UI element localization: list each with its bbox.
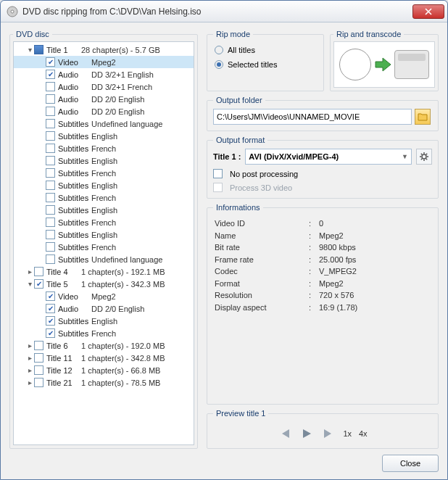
tree-row[interactable]: AudioDD 3/2+1 English bbox=[14, 68, 194, 80]
checkbox-icon[interactable] bbox=[46, 70, 55, 79]
format-select[interactable]: AVI (DivX/Xvid/MPEG-4) ▼ bbox=[245, 149, 412, 165]
tree-item-desc: English bbox=[91, 206, 117, 215]
checkbox-icon[interactable] bbox=[46, 242, 55, 252]
expand-closed-icon[interactable]: ▸ bbox=[25, 342, 34, 349]
checkbox-icon[interactable] bbox=[46, 156, 55, 165]
tree-row[interactable]: SubtitlesFrench bbox=[14, 142, 194, 154]
tree-row[interactable]: AudioDD 2/0 English bbox=[14, 93, 194, 105]
disc-tree[interactable]: ▾Title 128 chapter(s) - 5.7 GBVideoMpeg2… bbox=[13, 41, 194, 445]
output-folder-group: Output folder bbox=[207, 96, 439, 131]
window-close-button[interactable] bbox=[412, 4, 444, 19]
tree-row[interactable]: ▸Title 211 chapter(s) - 78.5 MB bbox=[14, 376, 194, 389]
transcode-button[interactable] bbox=[333, 41, 435, 88]
preview-rate-4x[interactable]: 4x bbox=[359, 429, 368, 438]
expand-open-icon[interactable]: ▾ bbox=[25, 280, 34, 288]
tree-row[interactable]: SubtitlesFrench bbox=[14, 327, 194, 339]
tree-row[interactable]: ▾Title 51 chapter(s) - 342.3 MB bbox=[14, 278, 194, 290]
format-settings-button[interactable] bbox=[416, 149, 432, 165]
tree-item-label: Subtitles bbox=[58, 255, 91, 264]
tree-item-label: Subtitles bbox=[58, 144, 91, 153]
tree-item-label: Title 1 bbox=[46, 46, 81, 54]
tree-item-desc: DD 2/0 English bbox=[91, 95, 144, 104]
checkbox-icon[interactable] bbox=[46, 107, 55, 116]
tree-item-desc: English bbox=[91, 181, 117, 190]
checkbox-icon[interactable] bbox=[46, 304, 55, 313]
checkbox-icon[interactable] bbox=[34, 45, 43, 54]
tree-row[interactable]: AudioDD 2/0 English bbox=[14, 105, 194, 117]
tree-row[interactable]: SubtitlesEnglish bbox=[14, 228, 194, 241]
tree-row[interactable]: SubtitlesFrench bbox=[14, 167, 194, 179]
checkbox-icon[interactable] bbox=[46, 82, 55, 91]
output-format-legend: Output format bbox=[213, 136, 267, 144]
expand-open-icon[interactable]: ▾ bbox=[25, 46, 34, 54]
preview-rate-1x[interactable]: 1x bbox=[343, 429, 352, 438]
tree-row[interactable]: SubtitlesFrench bbox=[14, 191, 194, 204]
checkbox-icon[interactable] bbox=[34, 341, 43, 350]
checkbox-icon[interactable] bbox=[46, 230, 55, 239]
tree-row[interactable]: SubtitlesEnglish bbox=[14, 204, 194, 216]
checkbox-icon[interactable] bbox=[46, 205, 55, 215]
checkbox-icon[interactable] bbox=[34, 378, 43, 387]
close-button[interactable]: Close bbox=[382, 455, 439, 472]
browse-folder-button[interactable] bbox=[415, 109, 431, 125]
info-colon: : bbox=[309, 218, 319, 230]
tree-row[interactable]: SubtitlesUndefined language bbox=[14, 253, 194, 265]
checkbox-icon[interactable] bbox=[46, 193, 55, 202]
tree-row[interactable]: VideoMpeg2 bbox=[14, 56, 194, 68]
tree-row[interactable]: VideoMpeg2 bbox=[14, 290, 194, 302]
radio-all-titles[interactable]: All titles bbox=[215, 46, 318, 54]
tree-row[interactable]: AudioDD 3/2+1 French bbox=[14, 80, 194, 93]
no-post-processing-option[interactable]: No post processing bbox=[213, 169, 432, 178]
tree-item-label: Title 4 bbox=[46, 268, 81, 276]
preview-play-button[interactable] bbox=[299, 426, 314, 441]
tree-item-desc: 1 chapter(s) - 342.8 MB bbox=[81, 354, 165, 363]
checkbox-icon[interactable] bbox=[46, 291, 55, 301]
radio-icon bbox=[215, 60, 223, 69]
tree-item-label: Audio bbox=[58, 83, 91, 91]
checkbox-icon[interactable] bbox=[46, 57, 55, 67]
tree-item-label: Audio bbox=[58, 70, 91, 79]
checkbox-icon[interactable] bbox=[46, 94, 55, 104]
checkbox-icon[interactable] bbox=[46, 218, 55, 227]
info-value: 25.000 fps bbox=[319, 254, 356, 266]
checkbox-icon[interactable] bbox=[34, 279, 43, 289]
tree-row[interactable]: ▾Title 128 chapter(s) - 5.7 GB bbox=[14, 44, 194, 56]
checkbox-icon[interactable] bbox=[34, 353, 43, 363]
radio-selected-titles[interactable]: Selected titles bbox=[215, 60, 318, 69]
tree-row[interactable]: SubtitlesFrench bbox=[14, 241, 194, 253]
checkbox-icon[interactable] bbox=[34, 365, 43, 375]
tree-row[interactable]: SubtitlesEnglish bbox=[14, 154, 194, 167]
tree-row[interactable]: ▸Title 121 chapter(s) - 66.8 MB bbox=[14, 364, 194, 376]
preview-next-button[interactable] bbox=[321, 426, 336, 441]
checkbox-icon[interactable] bbox=[46, 328, 55, 338]
tree-row[interactable]: ▸Title 61 chapter(s) - 192.0 MB bbox=[14, 339, 194, 352]
tree-row[interactable]: AudioDD 2/0 English bbox=[14, 302, 194, 315]
tree-item-desc: 1 chapter(s) - 192.0 MB bbox=[81, 342, 165, 350]
expand-closed-icon[interactable]: ▸ bbox=[25, 366, 34, 374]
tree-item-label: Subtitles bbox=[58, 218, 91, 227]
checkbox-icon bbox=[213, 183, 223, 192]
checkbox-icon[interactable] bbox=[46, 144, 55, 153]
output-folder-input[interactable] bbox=[213, 109, 412, 125]
expand-closed-icon[interactable]: ▸ bbox=[25, 354, 34, 362]
tree-row[interactable]: SubtitlesFrench bbox=[14, 216, 194, 228]
checkbox-icon[interactable] bbox=[46, 181, 55, 190]
process-3d-label: Process 3D video bbox=[230, 183, 292, 192]
preview-prev-button[interactable] bbox=[278, 426, 292, 441]
tree-row[interactable]: ▸Title 111 chapter(s) - 342.8 MB bbox=[14, 352, 194, 364]
checkbox-icon[interactable] bbox=[46, 316, 55, 326]
tree-row[interactable]: SubtitlesEnglish bbox=[14, 130, 194, 142]
folder-icon bbox=[418, 112, 428, 121]
tree-row[interactable]: ▸Title 41 chapter(s) - 192.1 MB bbox=[14, 265, 194, 278]
checkbox-icon[interactable] bbox=[34, 267, 43, 276]
expand-closed-icon[interactable]: ▸ bbox=[25, 268, 34, 276]
checkbox-icon[interactable] bbox=[46, 119, 55, 128]
checkbox-icon[interactable] bbox=[46, 255, 55, 264]
tree-item-label: Subtitles bbox=[58, 329, 91, 338]
tree-row[interactable]: SubtitlesUndefined language bbox=[14, 117, 194, 130]
tree-row[interactable]: SubtitlesEnglish bbox=[14, 315, 194, 327]
checkbox-icon[interactable] bbox=[46, 168, 55, 178]
expand-closed-icon[interactable]: ▸ bbox=[25, 378, 34, 386]
checkbox-icon[interactable] bbox=[46, 131, 55, 141]
tree-row[interactable]: SubtitlesEnglish bbox=[14, 179, 194, 191]
